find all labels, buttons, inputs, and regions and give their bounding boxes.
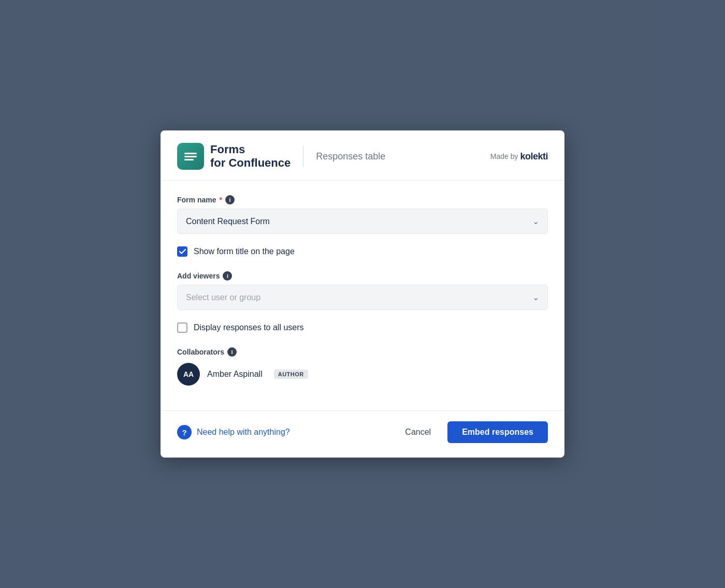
form-name-info-icon[interactable]: i (225, 195, 235, 204)
help-text: Need help with anything? (197, 428, 290, 437)
add-viewers-info-icon[interactable]: i (223, 271, 232, 281)
app-title: Forms for Confluence (210, 143, 291, 170)
form-name-label: Form name * i (177, 195, 548, 204)
collaborators-info-icon[interactable]: i (227, 347, 237, 357)
form-name-section: Form name * i Content Request Form ⌄ (177, 195, 548, 234)
viewers-placeholder: Select user or group (186, 293, 260, 302)
author-badge: AUTHOR (274, 370, 308, 379)
header-divider (303, 146, 303, 167)
header-subtitle: Responses table (316, 151, 385, 162)
add-viewers-label: Add viewers i (177, 271, 548, 281)
show-title-row: Show form title on the page (177, 246, 548, 257)
chevron-down-icon: ⌄ (532, 292, 539, 302)
collaborator-name: Amber Aspinall (207, 370, 263, 379)
viewers-select[interactable]: Select user or group ⌄ (177, 285, 548, 310)
collaborators-section: Collaborators i AA Amber Aspinall AUTHOR (177, 347, 548, 386)
logo-area: Forms for Confluence (177, 143, 291, 170)
required-indicator: * (219, 196, 222, 204)
cancel-button[interactable]: Cancel (395, 422, 441, 442)
add-viewers-section: Add viewers i Select user or group ⌄ (177, 271, 548, 310)
svg-rect-1 (184, 156, 197, 157)
form-name-value: Content Request Form (186, 217, 270, 226)
collaborator-row: AA Amber Aspinall AUTHOR (177, 363, 548, 386)
modal-body: Form name * i Content Request Form ⌄ Sho… (161, 181, 564, 410)
help-icon: ? (177, 425, 192, 439)
modal-dialog: Forms for Confluence Responses table Mad… (161, 130, 564, 458)
modal-footer: ? Need help with anything? Cancel Embed … (161, 410, 564, 458)
collaborators-label: Collaborators i (177, 347, 548, 357)
embed-responses-button[interactable]: Embed responses (447, 421, 548, 443)
show-title-checkbox[interactable] (177, 246, 187, 257)
svg-rect-0 (184, 153, 197, 154)
chevron-down-icon: ⌄ (532, 216, 539, 226)
modal-header: Forms for Confluence Responses table Mad… (161, 130, 564, 181)
app-logo-icon (177, 143, 204, 170)
help-link[interactable]: ? Need help with anything? (177, 425, 290, 439)
svg-rect-2 (184, 159, 194, 160)
avatar: AA (177, 363, 200, 386)
display-responses-label: Display responses to all users (194, 323, 304, 332)
show-title-label: Show form title on the page (194, 247, 295, 256)
display-responses-row: Display responses to all users (177, 322, 548, 333)
display-responses-checkbox[interactable] (177, 322, 187, 333)
brand-name: kolekti (520, 151, 548, 162)
form-name-select[interactable]: Content Request Form ⌄ (177, 209, 548, 234)
made-by: Made by kolekti (490, 151, 548, 162)
